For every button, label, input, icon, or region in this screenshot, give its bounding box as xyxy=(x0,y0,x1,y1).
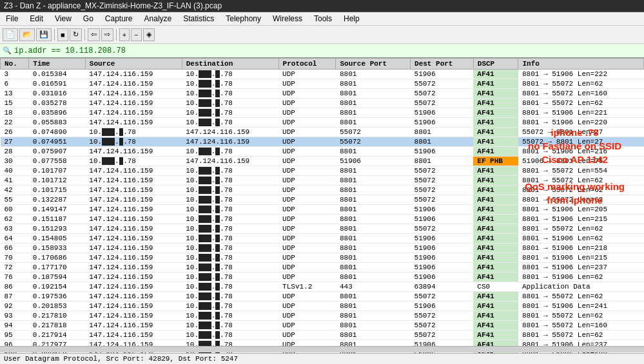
table-row[interactable]: 700.170686147.124.116.15910.■■■.■.78UDP8… xyxy=(1,253,644,263)
menu-go[interactable]: Go xyxy=(81,14,95,24)
cell-info: 8801 → 51906 Len=62 xyxy=(518,273,644,282)
menu-wireless[interactable]: Wireless xyxy=(271,14,304,24)
col-dscp[interactable]: DSCP xyxy=(473,59,518,70)
table-row[interactable]: 950.217914147.124.116.15910.■■■.■.78UDP8… xyxy=(1,330,644,340)
cell-dst: 10.■■■.■.78 xyxy=(182,205,278,215)
cell-dscp: AF41 xyxy=(473,330,518,340)
table-row[interactable]: 870.197536147.124.116.15910.■■■.■.78UDP8… xyxy=(1,292,644,302)
col-no[interactable]: No. xyxy=(1,59,29,70)
table-row[interactable]: 920.201853147.124.116.15910.■■■.■.78UDP8… xyxy=(1,302,644,311)
table-row[interactable]: 130.031016147.124.116.15910.■■■.■.78UDP8… xyxy=(1,89,644,99)
toolbar-save[interactable]: 💾 xyxy=(36,28,52,41)
cell-sport: 8801 xyxy=(336,244,411,253)
cell-dst: 10.■■■.■.78 xyxy=(182,166,278,176)
toolbar-open[interactable]: 📂 xyxy=(19,28,35,41)
table-row[interactable]: 30.015384147.124.116.15910.■■■.■.78UDP88… xyxy=(1,70,644,79)
col-source[interactable]: Source xyxy=(85,59,182,70)
table-row[interactable]: 860.192154147.124.116.15910.■■■.■.78TLSv… xyxy=(1,282,644,292)
cell-no: 28 xyxy=(1,147,29,157)
table-row[interactable]: 260.07489010.■■■.■.78147.124.116.159UDP5… xyxy=(1,128,644,137)
menu-statistics[interactable]: Statistics xyxy=(181,14,216,24)
cell-dport: 51906 xyxy=(411,108,474,118)
table-row[interactable]: 280.075907147.124.116.15910.■■■.■.78UDP8… xyxy=(1,147,644,157)
col-time[interactable]: Time xyxy=(29,59,86,70)
menu-telephony[interactable]: Telephony xyxy=(224,14,263,24)
menu-view[interactable]: View xyxy=(53,14,73,24)
table-row[interactable]: 660.158933147.124.116.15910.■■■.■.78UDP8… xyxy=(1,244,644,253)
table-row[interactable]: 550.132287147.124.116.15910.■■■.■.78UDP8… xyxy=(1,195,644,205)
cell-proto: UDP xyxy=(278,99,336,108)
cell-no: 18 xyxy=(1,108,29,118)
menu-help[interactable]: Help xyxy=(342,14,362,24)
table-row[interactable]: 600.149147147.124.116.15910.■■■.■.78UDP8… xyxy=(1,205,644,215)
cell-proto: UDP xyxy=(278,292,336,302)
table-row[interactable]: 180.035896147.124.116.15910.■■■.■.78UDP8… xyxy=(1,108,644,118)
cell-dscp: AF41 xyxy=(473,244,518,253)
status-bar: User Datagram Protocol, Src Port: 42829,… xyxy=(0,353,644,364)
table-row[interactable]: 400.101707147.124.116.15910.■■■.■.78UDP8… xyxy=(1,166,644,176)
cell-dst: 10.■■■.■.78 xyxy=(182,147,278,157)
menu-capture[interactable]: Capture xyxy=(103,14,135,24)
table-row[interactable]: 410.101712147.124.116.15910.■■■.■.78UDP8… xyxy=(1,176,644,186)
table-row[interactable]: 930.217810147.124.116.15910.■■■.■.78UDP8… xyxy=(1,311,644,321)
table-row[interactable]: 720.177170147.124.116.15910.■■■.■.78UDP8… xyxy=(1,263,644,273)
table-row[interactable]: 630.151293147.124.116.15910.■■■.■.78UDP8… xyxy=(1,224,644,234)
col-destination[interactable]: Destination xyxy=(182,59,278,70)
filter-input[interactable]: ip.addr == 10.118.208.78 xyxy=(14,46,641,55)
toolbar-fwd[interactable]: ⇨ xyxy=(101,28,113,41)
cell-time: 0.158933 xyxy=(29,244,86,253)
h-scroll-bar[interactable] xyxy=(0,346,644,352)
cell-src: 147.124.116.159 xyxy=(85,89,182,99)
menu-analyze[interactable]: Analyze xyxy=(142,14,174,24)
table-row[interactable]: 150.035278147.124.116.15910.■■■.■.78UDP8… xyxy=(1,99,644,108)
table-row[interactable]: 60.016591147.124.116.15910.■■■.■.78UDP88… xyxy=(1,79,644,89)
cell-dst: 10.■■■.■.78 xyxy=(182,263,278,273)
table-row[interactable]: 640.154805147.124.116.15910.■■■.■.78UDP8… xyxy=(1,234,644,244)
cell-proto: UDP xyxy=(278,176,336,186)
toolbar-zoom-out[interactable]: − xyxy=(131,28,141,41)
table-row[interactable]: 220.055883147.124.116.15910.■■■.■.78UDP8… xyxy=(1,118,644,128)
cell-time: 0.074890 xyxy=(29,128,86,137)
table-row[interactable]: 420.101715147.124.116.15910.■■■.■.78UDP8… xyxy=(1,186,644,195)
cell-time: 0.217818 xyxy=(29,321,86,330)
menu-file[interactable]: File xyxy=(4,14,20,24)
cell-dscp: AF41 xyxy=(473,89,518,99)
cell-dscp: AF41 xyxy=(473,302,518,311)
cell-src: 147.124.116.159 xyxy=(85,99,182,108)
col-protocol[interactable]: Protocol xyxy=(278,59,336,70)
cell-info: 8801 → 51906 Len=237 xyxy=(518,263,644,273)
toolbar-zoom-reset[interactable]: ◈ xyxy=(143,28,155,41)
table-row[interactable]: 940.217818147.124.116.15910.■■■.■.78UDP8… xyxy=(1,321,644,330)
table-row[interactable]: 300.07755810.■■■.■.78147.124.116.159UDP5… xyxy=(1,157,644,166)
cell-dscp: AF41 xyxy=(473,99,518,108)
cell-proto: UDP xyxy=(278,302,336,311)
col-srcport[interactable]: Source Port xyxy=(336,59,411,70)
col-dstport[interactable]: Dest Port xyxy=(411,59,474,70)
toolbar-zoom-in[interactable]: + xyxy=(119,28,130,41)
menu-tools[interactable]: Tools xyxy=(312,14,334,24)
table-row[interactable]: 760.187594147.124.116.15910.■■■.■.78UDP8… xyxy=(1,273,644,282)
toolbar-new[interactable]: 📄 xyxy=(3,28,18,41)
cell-dscp: AF41 xyxy=(473,215,518,224)
cell-no: 60 xyxy=(1,205,29,215)
cell-src: 147.124.116.159 xyxy=(85,244,182,253)
cell-dst: 10.■■■.■.78 xyxy=(182,302,278,311)
cell-time: 0.031016 xyxy=(29,89,86,99)
cell-info: 51906 → 8801 Len=75 xyxy=(518,157,644,166)
cell-info: 8801 → 51906 Len=205 xyxy=(518,205,644,215)
table-row[interactable]: 270.07495110.■■■.■.78147.124.116.159UDP5… xyxy=(1,137,644,147)
cell-dst: 10.■■■.■.78 xyxy=(182,311,278,321)
toolbar-stop[interactable]: ■ xyxy=(57,28,68,41)
menu-edit[interactable]: Edit xyxy=(28,14,45,24)
col-info[interactable]: Info xyxy=(518,59,644,70)
cell-proto: UDP xyxy=(278,311,336,321)
cell-dscp: AF41 xyxy=(473,108,518,118)
packet-list-container[interactable]: No. Time Source Destination Protocol Sou… xyxy=(0,58,644,354)
cell-no: 42 xyxy=(1,186,29,195)
cell-sport: 8801 xyxy=(336,224,411,234)
table-row[interactable]: 620.151187147.124.116.15910.■■■.■.78UDP8… xyxy=(1,215,644,224)
cell-no: 76 xyxy=(1,273,29,282)
cell-dscp: AF41 xyxy=(473,147,518,157)
toolbar-restart[interactable]: ↻ xyxy=(70,28,82,41)
toolbar-back[interactable]: ⇦ xyxy=(88,28,100,41)
